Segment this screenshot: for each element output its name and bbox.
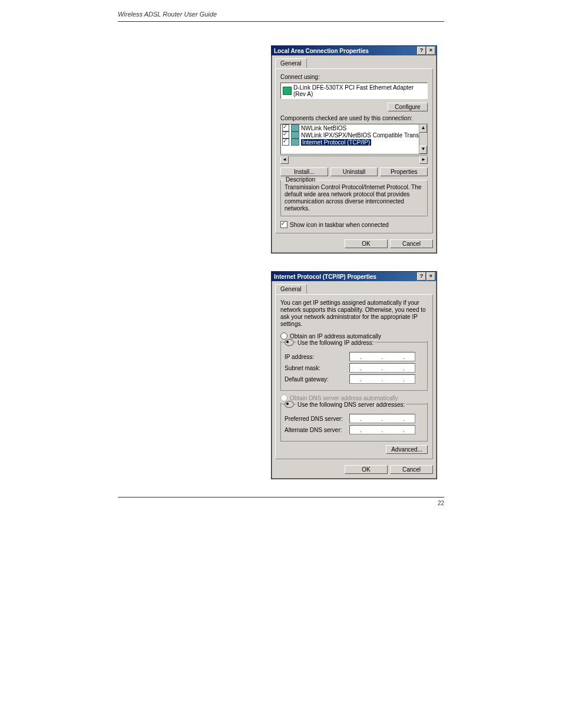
- ok-button[interactable]: OK: [345, 239, 388, 248]
- ip-address-label: IP address:: [285, 354, 349, 360]
- install-button[interactable]: Install...: [280, 167, 328, 176]
- help-icon[interactable]: ?: [417, 47, 426, 55]
- show-icon-checkbox[interactable]: Show icon in taskbar when connected: [280, 221, 428, 228]
- subnet-mask-label: Subnet mask:: [285, 365, 349, 371]
- vertical-scrollbar[interactable]: ▲ ▼: [419, 124, 427, 154]
- radio-use-dns[interactable]: Use the following DNS server addresses:: [296, 401, 406, 408]
- checkbox-icon[interactable]: [280, 221, 287, 228]
- header-left: Wireless ADSL Router User Guide: [118, 11, 217, 18]
- close-icon[interactable]: ×: [427, 47, 435, 55]
- titlebar[interactable]: Internet Protocol (TCP/IP) Properties ? …: [272, 272, 437, 281]
- horizontal-scrollbar[interactable]: ◄ ►: [280, 156, 428, 164]
- radio-icon[interactable]: [285, 401, 294, 408]
- uninstall-button[interactable]: Uninstall: [330, 167, 378, 176]
- description-text: Transmission Control Protocol/Internet P…: [285, 184, 424, 212]
- tab-general[interactable]: General: [275, 284, 307, 294]
- default-gateway-label: Default gateway:: [285, 376, 349, 383]
- window-title: Local Area Connection Properties: [274, 48, 369, 54]
- connect-using-label: Connect using:: [280, 74, 428, 80]
- properties-button[interactable]: Properties: [380, 167, 428, 176]
- tcpip-properties-dialog: Internet Protocol (TCP/IP) Properties ? …: [271, 271, 437, 479]
- ip-address-input[interactable]: ...: [349, 352, 415, 361]
- info-text: You can get IP settings assigned automat…: [280, 299, 428, 328]
- help-icon[interactable]: ?: [417, 272, 426, 281]
- scroll-up-icon[interactable]: ▲: [419, 124, 427, 133]
- list-item[interactable]: NWLink IPX/SPX/NetBIOS Compatible Transp…: [281, 131, 419, 139]
- tab-general[interactable]: General: [275, 58, 307, 68]
- ok-button[interactable]: OK: [345, 465, 388, 474]
- protocol-icon: [291, 124, 299, 131]
- scroll-left-icon[interactable]: ◄: [280, 156, 289, 164]
- preferred-dns-input[interactable]: ...: [349, 414, 415, 423]
- dns-fieldset: Use the following DNS server addresses: …: [280, 403, 428, 442]
- adapter-field: D-Link DFE-530TX PCI Fast Ethernet Adapt…: [280, 83, 428, 99]
- alternate-dns-input[interactable]: ...: [349, 425, 415, 434]
- page-header: Wireless ADSL Router User Guide: [118, 0, 444, 22]
- close-icon[interactable]: ×: [427, 272, 435, 281]
- preferred-dns-label: Preferred DNS server:: [285, 416, 349, 422]
- adapter-name: D-Link DFE-530TX PCI Fast Ethernet Adapt…: [293, 84, 425, 97]
- components-listbox[interactable]: NWLink NetBIOS NWLink IPX/SPX/NetBIOS Co…: [280, 124, 428, 154]
- lan-properties-dialog: Local Area Connection Properties ? × Gen…: [271, 45, 437, 253]
- configure-button[interactable]: Configure: [388, 103, 428, 111]
- ip-fieldset: Use the following IP address: IP address…: [280, 341, 428, 391]
- checkbox-icon[interactable]: [282, 139, 289, 146]
- protocol-icon: [291, 139, 299, 146]
- description-title: Description: [285, 176, 316, 183]
- radio-use-ip[interactable]: Use the following IP address:: [296, 340, 375, 346]
- scroll-down-icon[interactable]: ▼: [419, 146, 427, 154]
- footer-right: 22: [438, 500, 444, 506]
- protocol-icon: [291, 131, 299, 139]
- advanced-button[interactable]: Advanced...: [386, 445, 428, 454]
- scroll-right-icon[interactable]: ►: [419, 156, 428, 164]
- default-gateway-input[interactable]: ...: [349, 374, 415, 384]
- alternate-dns-label: Alternate DNS server:: [285, 427, 349, 433]
- description-group: Description Transmission Control Protoco…: [280, 180, 428, 216]
- cancel-button[interactable]: Cancel: [390, 239, 433, 248]
- page-footer: 22: [118, 497, 444, 509]
- list-item[interactable]: NWLink NetBIOS: [281, 124, 419, 131]
- components-label: Components checked are used by this conn…: [280, 115, 428, 121]
- cancel-button[interactable]: Cancel: [390, 465, 433, 474]
- subnet-mask-input[interactable]: ...: [349, 363, 415, 373]
- radio-icon[interactable]: [285, 339, 294, 346]
- window-title: Internet Protocol (TCP/IP) Properties: [274, 274, 376, 280]
- titlebar[interactable]: Local Area Connection Properties ? ×: [272, 46, 437, 55]
- nic-icon: [283, 87, 291, 94]
- list-item[interactable]: Internet Protocol (TCP/IP): [281, 139, 419, 146]
